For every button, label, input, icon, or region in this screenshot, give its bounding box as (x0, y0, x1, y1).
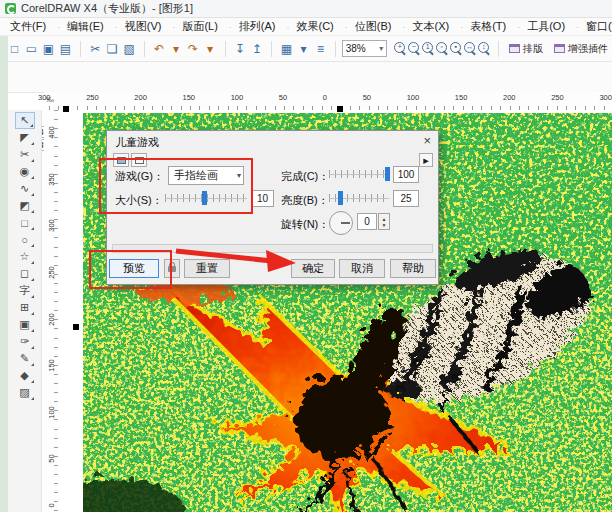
size-value-box[interactable]: 10 (251, 190, 274, 207)
zoom-selected-icon[interactable]: ▫ (436, 42, 447, 53)
menu-item[interactable]: 排列(A) (220, 19, 278, 34)
complete-value-box[interactable]: 100 (393, 166, 419, 183)
complete-label: 完成(C)： (281, 169, 329, 184)
toolbar-separator (498, 41, 499, 57)
options-icon[interactable]: ≡ (312, 40, 329, 57)
eyedropper-tool[interactable]: ✑ (15, 333, 35, 350)
rotate-value-box[interactable]: 0 (357, 213, 377, 230)
undo-caret-icon[interactable]: ▾ (168, 40, 185, 57)
menu-item[interactable]: 效果(C) (278, 19, 336, 34)
size-label: 大小(S)： (115, 193, 163, 208)
brightness-slider[interactable] (329, 191, 389, 205)
paste-icon[interactable]: ▧ (121, 40, 138, 57)
import-icon[interactable]: ↧ (231, 40, 248, 57)
toolbar-separator (225, 41, 226, 57)
game-type-dropdown[interactable]: 手指绘画 ▾ (168, 166, 244, 185)
zoom-width-icon[interactable]: ↔ (464, 42, 475, 53)
zoom-level-value: 38% (346, 43, 366, 54)
vertical-ruler-numbers: 400350300250200150100500 (44, 128, 58, 510)
zoom-in-icon[interactable]: + (394, 42, 405, 53)
app-launcher-icon[interactable]: ▦ (278, 40, 295, 57)
brightness-value-box[interactable]: 25 (393, 190, 419, 207)
title-bar: CorelDRAW X4（专业版）- [图形1] (0, 0, 612, 18)
fill-tool[interactable]: ◆ (15, 367, 35, 384)
preview-button[interactable]: 预览 (109, 259, 159, 278)
interactive-blend-tool[interactable]: ▣ (15, 316, 35, 333)
reset-button[interactable]: 重置 (184, 259, 230, 278)
layout-window-icon (509, 44, 520, 53)
interactive-fill-tool[interactable]: ▨ (15, 384, 35, 401)
close-icon[interactable]: × (423, 133, 431, 148)
toolbar-separator (80, 41, 81, 57)
shape-tool[interactable]: ◤ (15, 129, 35, 146)
property-bar: x: y: ↔ ↕ % % ↺ ° ⇄ ⇅ ▦ 编辑位图(E)... ✎ 描摹位… (0, 62, 612, 93)
launcher-caret-icon[interactable]: ▾ (295, 40, 312, 57)
enhance-window-icon (554, 44, 565, 53)
size-slider[interactable] (165, 191, 247, 205)
cut-icon[interactable]: ✂ (87, 40, 104, 57)
game-label: 游戏(G)： (115, 169, 164, 184)
zoom-all-icon[interactable]: ▪ (450, 42, 461, 53)
redo-icon[interactable]: ↷ (185, 40, 202, 57)
table-tool[interactable]: ⊞ (15, 299, 35, 316)
crop-tool[interactable]: ✂ (15, 146, 35, 163)
selection-handle-middle-left[interactable] (73, 324, 79, 330)
ellipse-tool[interactable]: ○ (15, 231, 35, 248)
rectangle-tool[interactable]: □ (15, 214, 35, 231)
dual-preview-toggle-button[interactable] (131, 153, 147, 167)
standard-toolbar: □▭▣▤ ✂❏▧ ↶▾↷▾ ↧↥ ▦▾≡ 38% ▾ +−1▫▪↔↕ 排版 增强… (0, 36, 612, 62)
window-title: CorelDRAW X4（专业版）- [图形1] (21, 1, 193, 16)
zoom-one-icon[interactable]: 1 (422, 42, 433, 53)
selection-handle-top-middle[interactable] (337, 106, 343, 112)
zoom-height-icon[interactable]: ↕ (478, 42, 489, 53)
menu-item[interactable]: 编辑(E) (48, 19, 106, 34)
rotate-label: 旋转(N)： (281, 217, 329, 232)
zoom-tool[interactable]: ◉ (15, 163, 35, 180)
redo-caret-icon[interactable]: ▾ (202, 40, 219, 57)
window-edge-strip (0, 36, 8, 512)
menu-item[interactable]: 文本(X) (393, 19, 451, 34)
menu-item[interactable]: 版面(L) (163, 19, 219, 34)
menu-item[interactable]: 窗口(W) (567, 19, 612, 34)
zoom-level-combobox[interactable]: 38% ▾ (342, 40, 388, 57)
menu-item[interactable]: 文件(F) (8, 19, 48, 34)
zoom-out-icon[interactable]: − (408, 42, 419, 53)
preview-progress-strip (112, 244, 433, 253)
save-icon[interactable]: ▣ (40, 40, 57, 57)
cancel-button[interactable]: 取消 (339, 259, 385, 278)
menu-item[interactable]: 位图(B) (336, 19, 394, 34)
menu-item[interactable]: 工具(O) (508, 19, 567, 34)
lock-icon (168, 266, 176, 272)
text-tool[interactable]: 字 (15, 282, 35, 299)
single-preview-toggle-button[interactable] (113, 153, 129, 167)
smart-fill-tool[interactable]: ◩ (15, 197, 35, 214)
polygon-tool[interactable]: ☆ (15, 248, 35, 265)
copy-icon[interactable]: ❏ (104, 40, 121, 57)
menu-item[interactable]: 视图(V) (106, 19, 164, 34)
dialog-title: 儿童游戏 (115, 135, 159, 150)
complete-slider[interactable] (329, 167, 389, 181)
print-icon[interactable]: ▤ (57, 40, 74, 57)
horizontal-ruler-numbers: 30025020015010050050100150200250300 (38, 93, 612, 102)
outline-pen-tool[interactable]: ✎ (15, 350, 35, 367)
freehand-tool[interactable]: ∿ (15, 180, 35, 197)
toolbar-separator (335, 41, 336, 57)
rotate-dial[interactable] (329, 211, 353, 235)
help-button[interactable]: 帮助 (390, 259, 436, 278)
game-type-value: 手指绘画 (174, 168, 218, 183)
undo-icon[interactable]: ↶ (151, 40, 168, 57)
layout-button[interactable]: 排版 (505, 42, 547, 56)
expand-pane-button[interactable]: ▸ (419, 153, 433, 167)
basic-shapes-tool[interactable]: ◻ (15, 265, 35, 282)
open-folder-icon[interactable]: ▭ (23, 40, 40, 57)
preview-lock-button[interactable] (164, 259, 180, 278)
menu-item[interactable]: 表格(T) (451, 19, 508, 34)
selection-handle-top-left[interactable] (63, 106, 69, 112)
kid-stuff-dialog: 儿童游戏 × ▸ 游戏(G)： 手指绘画 ▾ 完成(C)： 100 大小(S)：… (106, 130, 439, 285)
export-icon[interactable]: ↥ (248, 40, 265, 57)
ok-button[interactable]: 确定 (291, 259, 335, 278)
enhance-plugin-button[interactable]: 增强插件 (550, 42, 612, 56)
rotate-spinner[interactable]: ▲▼ (378, 213, 390, 230)
new-document-icon[interactable]: □ (6, 40, 23, 57)
pick-tool[interactable]: ↖ (15, 112, 35, 129)
